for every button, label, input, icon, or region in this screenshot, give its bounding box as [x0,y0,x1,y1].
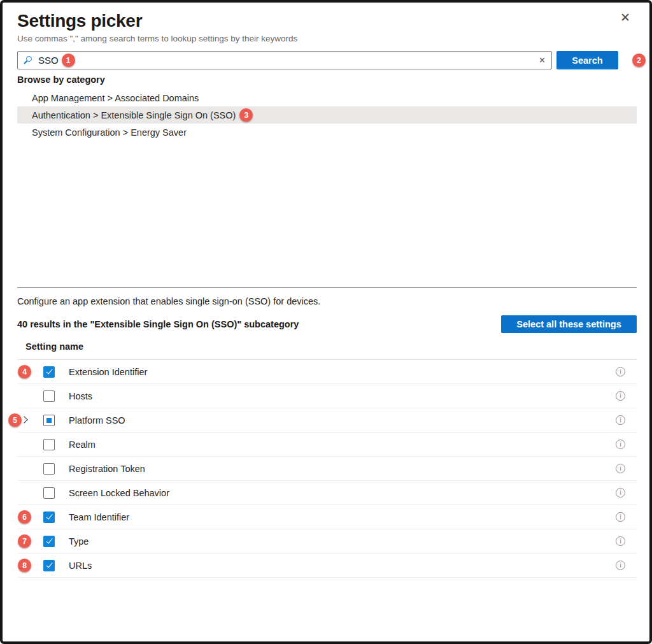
close-icon[interactable]: ✕ [620,11,630,24]
annotation-badge: 5 [8,413,22,427]
setting-row: 6Team Identifieri [17,505,637,529]
category-label: Authentication > Extensible Single Sign … [32,110,236,120]
info-icon[interactable]: i [616,440,625,449]
annotation-badge: 4 [18,365,31,378]
annotation-badge: 1 [62,54,75,67]
checkmark-icon [46,368,52,375]
indeterminate-mark-icon [46,418,52,423]
setting-label: Team Identifier [69,512,129,522]
info-icon[interactable]: i [616,536,625,546]
annotation-badge: 7 [18,534,31,548]
checkbox-checked[interactable] [43,366,55,378]
setting-row: Registration Tokeni [17,457,637,481]
setting-label: Hosts [69,391,92,401]
setting-row: Hostsi [17,384,637,408]
checkbox-unchecked[interactable] [43,463,55,475]
setting-label: Registration Token [69,464,145,474]
checkmark-icon [46,537,52,544]
info-icon[interactable]: i [616,415,625,425]
search-row: SSO 1 ✕ Search 2 [17,51,637,69]
annotation-badge: 2 [632,54,646,67]
annotation-badge: 6 [18,510,31,524]
page-subtitle: Use commas "," among search terms to loo… [17,34,637,44]
info-icon[interactable]: i [616,512,625,522]
info-icon[interactable]: i [616,367,625,376]
search-input-value: SSO [38,55,59,66]
checkbox-checked[interactable] [43,536,55,547]
setting-row: 4Extension Identifieri [17,360,637,384]
setting-row: 5Platform SSOi [17,408,637,433]
category-item[interactable]: System Configuration > Energy Saver [17,124,637,141]
category-label: App Management > Associated Domains [32,93,199,103]
setting-row: Screen Locked Behaviori [17,481,637,505]
checkbox-checked[interactable] [43,512,55,523]
category-list: App Management > Associated DomainsAuthe… [17,89,637,141]
annotation-badge: 3 [239,108,253,122]
checkmark-icon [46,561,52,568]
subcategory-description: Configure an app extension that enables … [17,296,637,307]
chevron-right-icon[interactable] [20,416,27,423]
checkbox-unchecked[interactable] [43,390,55,402]
setting-label: Type [69,536,89,547]
clear-search-icon[interactable]: ✕ [539,55,546,65]
setting-label: Screen Locked Behavior [69,488,169,498]
category-item[interactable]: App Management > Associated Domains [17,89,637,106]
info-icon[interactable]: i [616,391,625,401]
search-input[interactable]: SSO 1 ✕ [17,51,552,69]
category-label: System Configuration > Energy Saver [32,127,187,138]
search-button[interactable]: Search [556,51,618,69]
settings-picker-dialog: ✕ Settings picker Use commas "," among s… [0,0,652,644]
section-divider [17,287,637,288]
setting-label: Extension Identifier [69,367,147,377]
setting-label: Platform SSO [69,415,125,426]
page-title: Settings picker [17,10,637,31]
setting-row: 8URLsi [17,554,637,578]
dialog-content: ✕ Settings picker Use commas "," among s… [3,3,649,641]
settings-table: 4Extension IdentifieriHostsi5Platform SS… [17,359,637,578]
info-icon[interactable]: i [616,561,625,570]
results-summary: 40 results in the "Extensible Single Sig… [17,319,299,329]
results-header: 40 results in the "Extensible Single Sig… [17,315,637,333]
checkbox-unchecked[interactable] [43,439,55,450]
setting-name-column-header: Setting name [17,341,637,352]
info-icon[interactable]: i [616,488,625,497]
browse-by-category-heading: Browse by category [17,75,637,85]
info-icon[interactable]: i [616,464,625,473]
annotation-badge: 8 [18,559,31,572]
checkbox-indeterminate[interactable] [43,415,55,426]
setting-label: Realm [69,440,96,450]
select-all-settings-button[interactable]: Select all these settings [501,315,637,333]
checkmark-icon [46,513,52,520]
setting-label: URLs [69,561,92,571]
category-item[interactable]: Authentication > Extensible Single Sign … [17,106,637,124]
checkbox-checked[interactable] [43,560,55,571]
search-icon [24,55,33,65]
setting-row: Realmi [17,433,637,457]
setting-row: 7Typei [17,529,637,554]
checkbox-unchecked[interactable] [43,487,55,499]
